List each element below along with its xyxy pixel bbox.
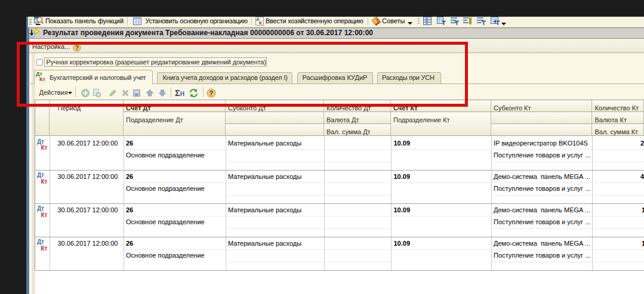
svg-text:К: К [259, 20, 262, 26]
